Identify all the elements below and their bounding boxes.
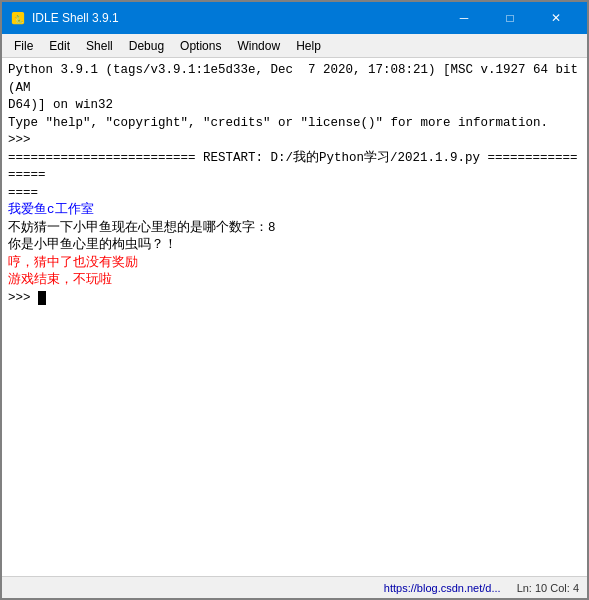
status-position: Ln: 10 Col: 4 [517,582,579,594]
menu-shell[interactable]: Shell [78,35,121,57]
console-line: Type "help", "copyright", "credits" or "… [8,115,581,133]
console-line: >>> [8,132,581,150]
window-controls: ─ □ ✕ [441,2,579,34]
console-line: >>> [8,290,581,308]
menu-help[interactable]: Help [288,35,329,57]
maximize-button[interactable]: □ [487,2,533,34]
menu-options[interactable]: Options [172,35,229,57]
console-line: 不妨猜一下小甲鱼现在心里想的是哪个数字：8 [8,220,581,238]
main-window: 🐍 IDLE Shell 3.9.1 ─ □ ✕ File Edit Shell… [0,0,589,600]
menu-edit[interactable]: Edit [41,35,78,57]
shell-output[interactable]: Python 3.9.1 (tags/v3.9.1:1e5d33e, Dec 7… [2,58,587,576]
menu-window[interactable]: Window [229,35,288,57]
window-title: IDLE Shell 3.9.1 [32,11,441,25]
console-line: 游戏结束，不玩啦 [8,272,581,290]
menu-file[interactable]: File [6,35,41,57]
console-line: 我爱鱼c工作室 [8,202,581,220]
console-line: ========================= RESTART: D:/我的… [8,150,581,185]
console-line: ==== [8,185,581,203]
idle-icon: 🐍 [10,10,26,26]
menu-debug[interactable]: Debug [121,35,172,57]
close-button[interactable]: ✕ [533,2,579,34]
minimize-button[interactable]: ─ [441,2,487,34]
title-bar: 🐍 IDLE Shell 3.9.1 ─ □ ✕ [2,2,587,34]
text-cursor [38,291,46,305]
status-bar: https://blog.csdn.net/d... Ln: 10 Col: 4 [2,576,587,598]
console-line: 哼，猜中了也没有奖励 [8,255,581,273]
svg-text:🐍: 🐍 [14,14,24,24]
menu-bar: File Edit Shell Debug Options Window Hel… [2,34,587,58]
console-line: 你是小甲鱼心里的枸虫吗？！ [8,237,581,255]
console-line: Python 3.9.1 (tags/v3.9.1:1e5d33e, Dec 7… [8,62,581,97]
console-line: D64)] on win32 [8,97,581,115]
status-link: https://blog.csdn.net/d... [384,582,501,594]
